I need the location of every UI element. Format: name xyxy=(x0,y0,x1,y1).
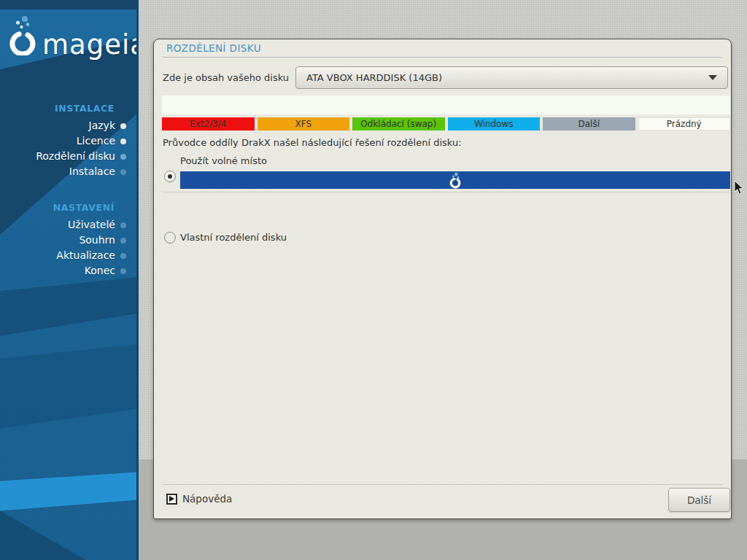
installer-steps: INSTALACE Jazyk Licence Rozdělení disku … xyxy=(0,102,136,279)
disk-usage-strip xyxy=(162,96,730,114)
help-label: Nápověda xyxy=(182,493,232,505)
sidebar-item-instalace: Instalace xyxy=(0,164,136,179)
mouse-cursor xyxy=(734,180,745,195)
sidebar-section-nastaveni: NASTAVENÍ xyxy=(0,201,136,214)
mageia-logo: mageia xyxy=(7,13,139,55)
step-bullet xyxy=(120,154,126,160)
sidebar-item-aktualizace: Aktualizace xyxy=(0,248,136,263)
legend-chip-empty: Prázdný xyxy=(638,117,731,131)
help-arrow-icon xyxy=(166,494,177,505)
sidebar-item-uzivatele: Uživatelé xyxy=(0,217,136,233)
partitioning-dialog: ROZDĚLENÍ DISKU Zde je obsah vašeho disk… xyxy=(153,39,732,519)
disk-select-dropdown[interactable]: ATA VBOX HARDDISK (14GB) xyxy=(295,66,728,89)
sidebar-item-licence: Licence xyxy=(0,133,136,149)
disk-contents-label: Zde je obsah vašeho disku xyxy=(163,66,289,89)
mageia-logo-text: mageia xyxy=(42,31,139,58)
wizard-text: Průvodce oddíly DrakX našel následující … xyxy=(163,137,462,148)
footer-divider xyxy=(163,484,722,485)
screen: mageia INSTALACE Jazyk Licence Rozdělení… xyxy=(0,0,747,560)
step-bullet xyxy=(120,123,126,129)
radio-custom-partitioning[interactable] xyxy=(164,232,176,244)
step-bullet xyxy=(120,139,126,144)
option-use-free-space-label: Použít volné místo xyxy=(180,155,267,166)
step-bullet xyxy=(120,268,126,274)
legend-chip-windows: Windows xyxy=(448,117,541,131)
title-divider xyxy=(163,57,722,58)
radio-use-free-space[interactable] xyxy=(164,171,176,182)
step-bullet xyxy=(120,238,126,244)
sidebar-item-jazyk: Jazyk xyxy=(0,118,136,133)
mageia-cauldron-icon xyxy=(7,13,38,55)
sidebar-decoration xyxy=(0,0,136,560)
page-title: ROZDĚLENÍ DISKU xyxy=(166,42,261,54)
legend-chip-ext234: Ext2/3/4 xyxy=(162,117,255,131)
step-bullet xyxy=(120,169,126,175)
legend-chip-other: Další xyxy=(543,117,635,131)
sidebar-item-rozdeleni-disku: Rozdělení disku xyxy=(0,149,136,164)
help-button[interactable]: Nápověda xyxy=(166,493,232,505)
sidebar-item-souhrn: Souhrn xyxy=(0,233,136,248)
step-bullet xyxy=(120,253,126,259)
option-custom-partitioning-label: Vlastní rozdělení disku xyxy=(180,232,287,243)
legend-chip-xfs: XFS xyxy=(258,117,350,131)
option-focus-line xyxy=(162,192,729,192)
filesystem-legend: Ext2/3/4 XFS Odkládací (swap) Windows Da… xyxy=(162,117,730,131)
solution-preview-bar[interactable] xyxy=(180,171,730,189)
chevron-down-icon xyxy=(708,75,717,80)
mageia-bubble-icon xyxy=(446,171,465,189)
legend-chip-swap: Odkládací (swap) xyxy=(352,117,445,131)
sidebar-section-instalace: INSTALACE xyxy=(0,102,136,115)
next-button[interactable]: Další xyxy=(668,488,730,512)
disk-select-value: ATA VBOX HARDDISK (14GB) xyxy=(306,72,708,83)
sidebar-item-konec: Konec xyxy=(0,263,136,279)
step-bullet xyxy=(120,222,126,228)
installer-sidebar: mageia INSTALACE Jazyk Licence Rozdělení… xyxy=(0,0,139,560)
